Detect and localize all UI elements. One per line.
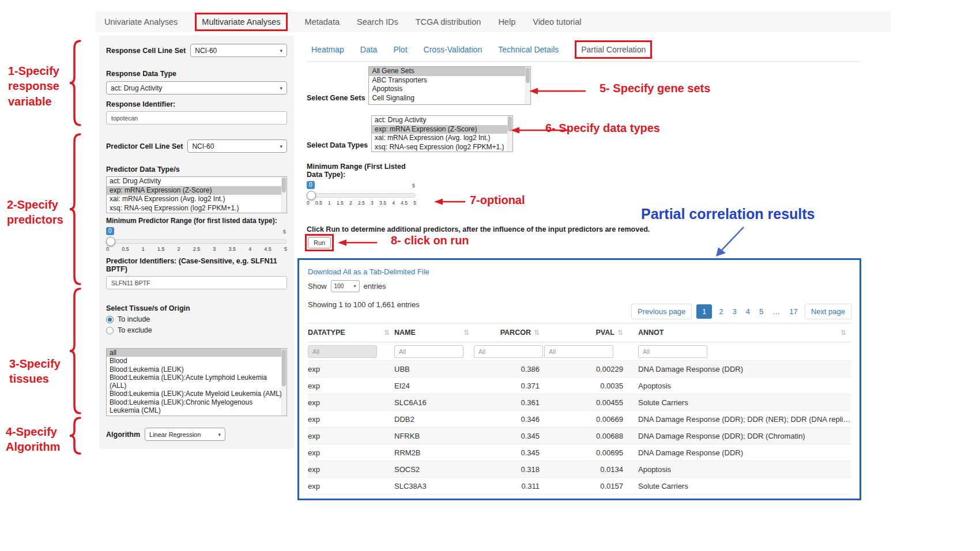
column-header[interactable]: ANNOT ⇅: [628, 329, 851, 337]
tab[interactable]: Technical Details: [498, 45, 559, 54]
nav-item[interactable]: Help: [498, 17, 515, 27]
listbox-option[interactable]: Blood: [107, 357, 287, 365]
arrow-step-7: [433, 197, 466, 206]
chevron-down-icon: ▾: [354, 284, 356, 289]
slider-track[interactable]: [107, 239, 287, 244]
listbox-option[interactable]: all: [107, 349, 287, 357]
nav-item[interactable]: Univariate Analyses: [104, 17, 178, 27]
column-filter-input[interactable]: [544, 345, 613, 358]
algorithm-select[interactable]: Linear Regression ▾: [145, 428, 225, 441]
tab[interactable]: Heatmap: [311, 45, 344, 54]
annotation-step-4: 4-Specify Algorithm: [6, 424, 70, 455]
column-header[interactable]: NAME ⇅: [394, 329, 474, 337]
partial-correlation-results-panel: Download All as a Tab-Delimited File Sho…: [297, 258, 861, 500]
pagination-button[interactable]: 2: [717, 304, 725, 319]
tab[interactable]: Data: [360, 45, 378, 54]
listbox-option[interactable]: xsq: RNA-seq Expression (log2 FPKM+1.): [372, 143, 512, 152]
radio-icon: [106, 316, 114, 323]
pagination-button[interactable]: 5: [757, 304, 766, 319]
min-range-slider[interactable]: 0 5 00.511.522.533.544.55: [307, 181, 416, 207]
cell-parcor: 0.386: [474, 365, 544, 373]
pagination-button[interactable]: …: [770, 304, 782, 319]
response-cell-line-set-select[interactable]: NCI-60 ▾: [190, 44, 287, 57]
sort-icon[interactable]: ⇅: [840, 329, 846, 337]
download-link[interactable]: Download All as a Tab-Delimited File: [308, 267, 429, 276]
nav-item[interactable]: TCGA distribution: [416, 17, 481, 27]
cell-pval: 0.00688: [544, 432, 628, 440]
min-predictor-range-slider[interactable]: 0 5 00.511.522.533.544.55: [106, 227, 287, 254]
nav-item[interactable]: Multivariate Analyses: [195, 13, 287, 31]
response-data-type-select[interactable]: act: Drug Activity ▾: [106, 81, 287, 95]
tab[interactable]: Plot: [393, 45, 407, 54]
cell-datatype: exp: [308, 382, 394, 390]
listbox-option[interactable]: xai: mRNA Expression (Avg. log2 Int.): [372, 134, 512, 143]
column-header[interactable]: PVAL ⇅: [544, 329, 628, 337]
pagination-button[interactable]: 3: [730, 304, 739, 319]
listbox-option[interactable]: Apoptosis: [369, 85, 530, 94]
listbox-option[interactable]: Blood:Leukemia (LEUK):Chronic Myelogenou…: [107, 398, 287, 415]
slider-handle[interactable]: [106, 237, 115, 246]
tab[interactable]: Partial Correlation: [575, 40, 652, 59]
tissue-include-radio[interactable]: To include: [106, 315, 287, 323]
listbox-option[interactable]: Blood:Leukemia (LEUK):Acute Lymphoid Leu…: [107, 373, 287, 390]
tab[interactable]: Cross-Validation: [424, 45, 483, 54]
column-header[interactable]: DATATYPE ⇅: [308, 329, 394, 337]
data-types-field: Select Data Types act: Drug Activity exp…: [307, 115, 513, 152]
pagination-button[interactable]: 17: [787, 304, 800, 319]
pagination-button[interactable]: 1: [696, 304, 712, 319]
listbox-option[interactable]: xai: mRNA Expression (Avg. log2 Int.): [107, 195, 287, 204]
listbox-option[interactable]: Blood:Leukemia (LEUK): [107, 365, 287, 373]
radio-icon: [106, 327, 114, 334]
page-length-select[interactable]: 100 ▾: [331, 280, 360, 292]
column-filter-input[interactable]: [474, 345, 543, 358]
listbox-option[interactable]: xsq: RNA-seq Expression (log2 FPKM+1.): [107, 204, 287, 213]
listbox-option[interactable]: exp: mRNA Expression (Z-Score): [107, 186, 287, 195]
listbox-option[interactable]: All Gene Sets: [369, 67, 530, 76]
scrollbar[interactable]: [281, 349, 287, 416]
listbox-option[interactable]: Cell Signaling: [369, 94, 530, 103]
nav-item[interactable]: Video tutorial: [533, 17, 581, 27]
predictor-data-types-listbox[interactable]: act: Drug Activity exp: mRNA Expression …: [106, 176, 287, 213]
gene-sets-listbox[interactable]: All Gene Sets ABC Transporters Apoptosis…: [368, 66, 531, 105]
data-types-listbox[interactable]: act: Drug Activity exp: mRNA Expression …: [371, 115, 513, 152]
tissue-exclude-radio[interactable]: To exclude: [106, 326, 287, 334]
run-button-highlight: Run: [305, 234, 334, 251]
chevron-down-icon: ▾: [280, 48, 282, 54]
column-filter-input[interactable]: [394, 345, 463, 358]
column-header[interactable]: PARCOR ⇅: [474, 329, 544, 337]
tissue-listbox[interactable]: all Blood Blood:Leukemia (LEUK) Blood:Le…: [106, 348, 287, 416]
sort-icon[interactable]: ⇅: [384, 329, 390, 337]
slider-track[interactable]: [307, 193, 416, 198]
listbox-option[interactable]: ABC Transporters: [369, 76, 530, 85]
nav-item[interactable]: Metadata: [305, 17, 340, 27]
run-button[interactable]: Run: [308, 237, 331, 248]
scrollbar[interactable]: [525, 67, 530, 104]
pagination-button[interactable]: Next page: [805, 304, 851, 319]
annotation-step-7: 7-optional: [470, 194, 525, 207]
column-filter-input[interactable]: [308, 345, 377, 358]
pagination-button[interactable]: Previous page: [631, 304, 692, 319]
table-row: exp SLC6A16 0.361 0.00455 Solute Carrier…: [308, 394, 851, 411]
sort-icon[interactable]: ⇅: [534, 329, 540, 337]
pagination-button[interactable]: 4: [744, 304, 752, 319]
listbox-option[interactable]: exp: mRNA Expression (Z-Score): [372, 125, 512, 134]
sort-icon[interactable]: ⇅: [617, 329, 623, 337]
cell-name: DDB2: [394, 415, 474, 424]
scrollbar[interactable]: [281, 177, 287, 213]
predictor-identifiers-input[interactable]: [106, 276, 287, 289]
predictor-cell-line-set-label: Predictor Cell Line Set: [106, 142, 183, 150]
annotation-step-3: 3-Specify tissues: [9, 356, 62, 387]
response-identifier-input[interactable]: [106, 111, 287, 124]
sort-icon[interactable]: ⇅: [463, 329, 469, 337]
column-filter-input[interactable]: [638, 345, 707, 358]
slider-handle[interactable]: [307, 191, 316, 200]
listbox-option[interactable]: act: Drug Activity: [372, 116, 512, 125]
cell-pval: 0.00695: [544, 448, 628, 457]
table-row: exp UBB 0.386 0.00229 DNA Damage Respons…: [308, 361, 851, 378]
slider-value-badge: 0: [106, 227, 114, 235]
nav-item[interactable]: Search IDs: [357, 17, 398, 27]
listbox-option[interactable]: act: Drug Activity: [107, 177, 287, 186]
cell-annot: Apoptosis: [628, 465, 851, 474]
listbox-option[interactable]: Blood:Leukemia (LEUK):Acute Myeloid Leuk…: [107, 390, 287, 398]
predictor-cell-line-set-select[interactable]: NCI-60 ▾: [187, 139, 287, 153]
